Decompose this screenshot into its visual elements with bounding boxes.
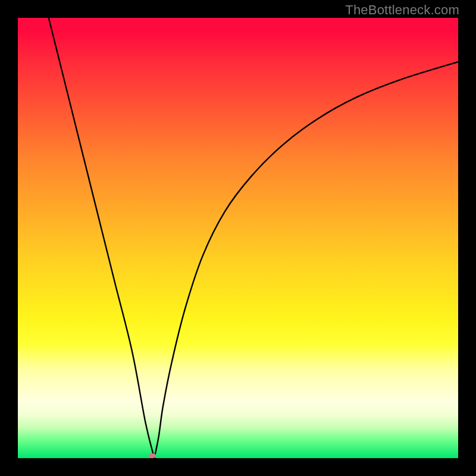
watermark-text: TheBottleneck.com [345, 2, 459, 18]
curve-left-branch [49, 18, 155, 458]
chart-frame: TheBottleneck.com [0, 0, 476, 476]
minimum-marker [148, 453, 156, 458]
curve-right-branch [154, 62, 458, 458]
plot-area [18, 18, 458, 458]
curve-layer [18, 18, 458, 458]
